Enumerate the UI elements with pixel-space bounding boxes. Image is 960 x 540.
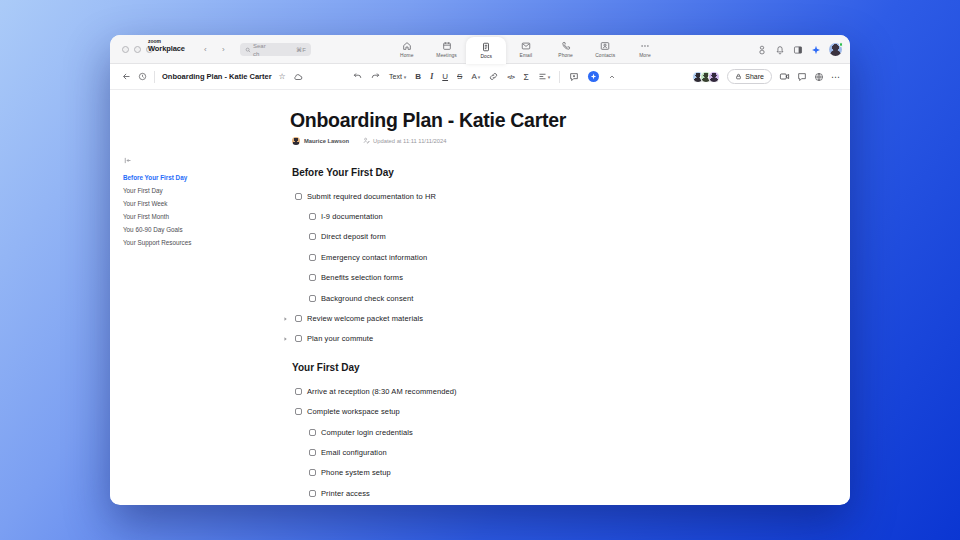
desktop-background: zoom Workplace ‹ › Search ⌘F Home Meetin… bbox=[0, 0, 960, 540]
checklist-item[interactable]: Computer login credentials bbox=[290, 422, 730, 442]
ai-companion-sparkle-icon[interactable] bbox=[811, 45, 821, 55]
collaborator-avatars[interactable] bbox=[692, 71, 720, 83]
checklist: Submit required documentation to HR I-9 … bbox=[290, 186, 730, 349]
nav-back-icon[interactable]: ‹ bbox=[204, 35, 207, 64]
checkbox[interactable] bbox=[295, 335, 302, 342]
checklist-label: Email configuration bbox=[321, 448, 387, 457]
tab-home[interactable]: Home bbox=[387, 35, 427, 64]
outline-item[interactable]: You 60-90 Day Goals bbox=[123, 223, 278, 236]
checkbox[interactable] bbox=[309, 254, 316, 261]
checklist-item[interactable]: Background check consent bbox=[290, 288, 730, 308]
online-status-dot bbox=[839, 42, 844, 47]
more-options-icon[interactable]: ⋯ bbox=[831, 72, 841, 82]
checkbox[interactable] bbox=[295, 388, 302, 395]
tab-meetings[interactable]: Meetings bbox=[427, 35, 467, 64]
tab-docs[interactable]: Docs bbox=[466, 37, 506, 64]
document-title[interactable]: Onboarding Plan - Katie Carter bbox=[290, 110, 730, 131]
collapse-outline-icon[interactable] bbox=[123, 156, 278, 166]
doc-outline-panel: Before Your First DayYour First DayYour … bbox=[123, 156, 278, 249]
checkbox[interactable] bbox=[295, 315, 302, 322]
document-meta: Maurice Lawson Updated at 11:11 11/11/20… bbox=[290, 136, 730, 145]
minimize-window-button[interactable] bbox=[134, 46, 141, 53]
doc-toolbar-left: Onboarding Plan - Katie Carter ☆ bbox=[122, 64, 303, 89]
main-nav-tabs: Home Meetings Docs Email Phone Contacts … bbox=[387, 35, 665, 64]
contacts-icon bbox=[600, 41, 610, 51]
outline-item[interactable]: Your First Week bbox=[123, 197, 278, 210]
checkbox[interactable] bbox=[309, 295, 316, 302]
nav-forward-icon[interactable]: › bbox=[222, 35, 225, 64]
user-avatar[interactable] bbox=[829, 43, 842, 56]
expand-toggle-icon[interactable] bbox=[283, 336, 288, 341]
outline-item[interactable]: Before Your First Day bbox=[123, 171, 278, 184]
undo-icon[interactable] bbox=[353, 72, 362, 81]
checklist-item[interactable]: I-9 documentation bbox=[290, 206, 730, 226]
checklist-item[interactable]: Printer access bbox=[290, 483, 730, 503]
back-icon[interactable] bbox=[122, 72, 131, 81]
checklist-item[interactable]: Email configuration bbox=[290, 442, 730, 462]
share-button[interactable]: Share bbox=[727, 69, 772, 84]
checkbox[interactable] bbox=[295, 408, 302, 415]
tab-more[interactable]: More bbox=[625, 35, 665, 64]
checklist-label: Benefits selection forms bbox=[321, 273, 403, 282]
outline-item[interactable]: Your Support Resources bbox=[123, 236, 278, 249]
text-color-button[interactable]: A▾ bbox=[471, 72, 480, 81]
cloud-saved-icon bbox=[293, 72, 303, 82]
section-heading: Before Your First Day bbox=[290, 167, 730, 178]
insert-link-icon[interactable] bbox=[489, 72, 498, 81]
alignment-dropdown[interactable]: ▾ bbox=[538, 72, 551, 81]
assistant-icon[interactable] bbox=[757, 45, 767, 55]
redo-icon[interactable] bbox=[371, 72, 380, 81]
checklist: Arrive at reception (8:30 AM recommended… bbox=[290, 381, 730, 503]
checklist-label: Complete workspace setup bbox=[307, 407, 400, 416]
docs-home-icon[interactable] bbox=[138, 72, 147, 81]
checklist-item[interactable]: Phone system setup bbox=[290, 463, 730, 483]
search-input[interactable]: Search ⌘F bbox=[240, 43, 311, 56]
tab-contacts[interactable]: Contacts bbox=[585, 35, 625, 64]
checklist-item[interactable]: Arrive at reception (8:30 AM recommended… bbox=[290, 381, 730, 401]
tab-phone[interactable]: Phone bbox=[546, 35, 586, 64]
close-window-button[interactable] bbox=[122, 46, 129, 53]
checklist-item[interactable]: Direct deposit form bbox=[290, 227, 730, 247]
star-favorite-icon[interactable]: ☆ bbox=[279, 72, 286, 81]
collapse-toolbar-icon[interactable] bbox=[608, 73, 616, 81]
checklist-item[interactable]: Plan your commute bbox=[290, 329, 730, 349]
code-block-button[interactable]: </> bbox=[507, 74, 514, 80]
outline-item[interactable]: Your First Day bbox=[123, 184, 278, 197]
checkbox[interactable] bbox=[309, 213, 316, 220]
checklist-label: Phone system setup bbox=[321, 468, 391, 477]
checklist-item[interactable]: Submit required documentation to HR bbox=[290, 186, 730, 206]
checklist-label: Background check consent bbox=[321, 294, 413, 303]
video-call-icon[interactable] bbox=[779, 71, 790, 82]
underline-button[interactable]: U bbox=[442, 72, 448, 81]
outline-item[interactable]: Your First Month bbox=[123, 210, 278, 223]
side-panel-toggle-icon[interactable] bbox=[793, 45, 803, 55]
checklist-item[interactable]: Benefits selection forms bbox=[290, 268, 730, 288]
text-style-dropdown[interactable]: Text▾ bbox=[389, 73, 406, 80]
checkbox[interactable] bbox=[309, 490, 316, 497]
checkbox[interactable] bbox=[309, 429, 316, 436]
checklist-item[interactable]: Review welcome packet materials bbox=[290, 308, 730, 328]
strikethrough-button[interactable]: S bbox=[457, 72, 462, 81]
checkbox[interactable] bbox=[295, 193, 302, 200]
checkbox[interactable] bbox=[309, 469, 316, 476]
bold-button[interactable]: B bbox=[415, 72, 421, 81]
add-comment-icon[interactable] bbox=[569, 72, 579, 82]
globe-language-icon[interactable] bbox=[814, 72, 824, 82]
checkbox[interactable] bbox=[309, 274, 316, 281]
updated-timestamp: Updated at 11:11 11/11/2024 bbox=[373, 138, 446, 144]
ai-companion-button[interactable] bbox=[588, 71, 599, 82]
chevron-down-icon: ▾ bbox=[478, 74, 481, 80]
tab-email[interactable]: Email bbox=[506, 35, 546, 64]
checklist-item[interactable]: Complete workspace setup bbox=[290, 402, 730, 422]
checklist-label: Arrive at reception (8:30 AM recommended… bbox=[307, 387, 457, 396]
expand-toggle-icon[interactable] bbox=[283, 316, 288, 321]
checkbox[interactable] bbox=[309, 233, 316, 240]
formula-button[interactable]: Σ bbox=[523, 72, 528, 82]
chat-icon[interactable] bbox=[797, 72, 807, 82]
checkbox[interactable] bbox=[309, 449, 316, 456]
checklist-item[interactable]: Emergency contact information bbox=[290, 247, 730, 267]
doc-toolbar: Onboarding Plan - Katie Carter ☆ Text▾ B… bbox=[110, 64, 850, 90]
italic-button[interactable]: I bbox=[430, 72, 433, 81]
doc-content-area: Before Your First DayYour First DayYour … bbox=[110, 90, 850, 504]
notifications-bell-icon[interactable] bbox=[775, 45, 785, 55]
